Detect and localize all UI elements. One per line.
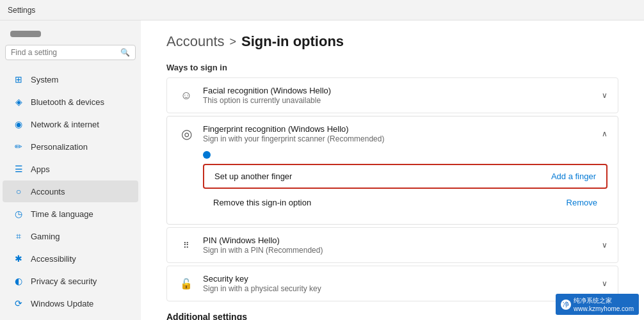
time-icon: ◷ (13, 208, 24, 220)
sidebar-label-system: System (31, 75, 58, 84)
sidebar-item-personalization[interactable]: ✏ Personalization (3, 136, 138, 157)
sidebar-label-gaming: Gaming (31, 232, 60, 241)
content-area: Accounts > Sign-in options Ways to sign … (141, 20, 644, 320)
title-bar: Settings (0, 0, 644, 20)
sidebar-item-windows-update[interactable]: ⟳ Windows Update (3, 292, 138, 314)
accessibility-icon: ✱ (13, 253, 24, 264)
security-key-icon: 🔓 (177, 275, 195, 292)
pin-icon: ⠿ (177, 236, 195, 254)
setup-another-finger-row[interactable]: Set up another finger Add a finger (203, 164, 608, 189)
sidebar-item-accounts[interactable]: ○ Accounts (3, 180, 138, 202)
breadcrumb-separator: > (230, 35, 237, 49)
facial-title: Facial recognition (Windows Hello) (203, 86, 331, 95)
facial-chevron: ∨ (602, 91, 608, 100)
title-bar-text: Settings (8, 6, 35, 15)
watermark-text: 纯净系统之家 www.kzmyhome.com (574, 296, 634, 312)
sidebar-label-bluetooth: Bluetooth & devices (31, 97, 104, 107)
watermark-icon: 净 (561, 300, 571, 310)
security-key-subtitle: Sign in with a physical security key (203, 284, 321, 293)
sidebar-item-privacy[interactable]: ◐ Privacy & security (3, 270, 138, 292)
facial-subtitle: This option is currently unavailable (203, 96, 331, 105)
additional-settings-title: Additional settings (166, 312, 618, 320)
remove-sign-in-row: Remove this sign-in option Remove (203, 191, 608, 214)
remove-button[interactable]: Remove (567, 198, 597, 207)
sidebar-item-bluetooth[interactable]: ◈ Bluetooth & devices (3, 91, 138, 113)
sidebar-item-network[interactable]: ◉ Network & internet (3, 113, 138, 135)
security-key-left: 🔓 Security key Sign in with a physical s… (177, 274, 321, 293)
sidebar-label-accounts: Accounts (31, 187, 65, 196)
fingerprint-chevron: ∧ (602, 129, 608, 138)
security-key-title: Security key (203, 274, 321, 284)
pin-text: PIN (Windows Hello) Sign in with a PIN (… (203, 236, 323, 255)
sidebar: 🔍 ⊞ System ◈ Bluetooth & devices ◉ Netwo… (0, 20, 141, 320)
sidebar-label-windows-update: Windows Update (31, 299, 93, 308)
facial-icon: ☺ (177, 86, 195, 104)
fingerprint-card: ◎ Fingerprint recognition (Windows Hello… (166, 116, 618, 225)
add-a-finger-button[interactable]: Add a finger (551, 172, 596, 181)
breadcrumb: Accounts > Sign-in options (166, 33, 618, 50)
accounts-icon: ○ (13, 186, 24, 197)
security-key-chevron: ∨ (602, 279, 608, 288)
sidebar-label-network: Network & internet (31, 120, 99, 129)
fingerprint-dot (203, 151, 211, 159)
fingerprint-option-left: ◎ Fingerprint recognition (Windows Hello… (177, 124, 384, 143)
avatar (10, 31, 41, 37)
pin-option-left: ⠿ PIN (Windows Hello) Sign in with a PIN… (177, 236, 323, 255)
fingerprint-subtitle: Sign in with your fingerprint scanner (R… (203, 134, 384, 143)
additional-settings-section: Additional settings For improved securit… (166, 312, 618, 320)
facial-recognition-card: ☺ Facial recognition (Windows Hello) Thi… (166, 77, 618, 113)
personalization-icon: ✏ (13, 141, 24, 152)
system-icon: ⊞ (13, 74, 24, 85)
remove-sign-in-text: Remove this sign-in option (213, 198, 311, 207)
security-key-header[interactable]: 🔓 Security key Sign in with a physical s… (167, 266, 618, 301)
privacy-icon: ◐ (13, 275, 24, 287)
pin-title: PIN (Windows Hello) (203, 236, 323, 245)
sidebar-item-apps[interactable]: ☰ Apps (3, 158, 138, 180)
security-key-card: 🔓 Security key Sign in with a physical s… (166, 266, 618, 301)
main-container: 🔍 ⊞ System ◈ Bluetooth & devices ◉ Netwo… (0, 20, 644, 320)
nav-list: ⊞ System ◈ Bluetooth & devices ◉ Network… (0, 68, 141, 315)
pin-chevron: ∨ (602, 241, 608, 250)
bluetooth-icon: ◈ (13, 96, 24, 108)
fingerprint-body: Set up another finger Add a finger Remov… (167, 151, 618, 224)
facial-recognition-header[interactable]: ☺ Facial recognition (Windows Hello) Thi… (167, 78, 618, 113)
windows-update-icon: ⟳ (13, 298, 24, 309)
sidebar-label-privacy: Privacy & security (31, 276, 97, 286)
breadcrumb-parent[interactable]: Accounts (166, 33, 225, 50)
sidebar-label-time: Time & language (31, 209, 93, 219)
fingerprint-icon: ◎ (177, 125, 195, 143)
fingerprint-text: Fingerprint recognition (Windows Hello) … (203, 124, 384, 143)
sign-in-section: Ways to sign in ☺ Facial recognition (Wi… (166, 63, 618, 301)
pin-header[interactable]: ⠿ PIN (Windows Hello) Sign in with a PIN… (167, 228, 618, 262)
apps-icon: ☰ (13, 163, 24, 175)
fingerprint-title: Fingerprint recognition (Windows Hello) (203, 124, 384, 134)
breadcrumb-current: Sign-in options (241, 33, 344, 50)
network-icon: ◉ (13, 118, 24, 130)
pin-card: ⠿ PIN (Windows Hello) Sign in with a PIN… (166, 227, 618, 263)
ways-to-sign-in-title: Ways to sign in (166, 63, 618, 72)
fingerprint-header[interactable]: ◎ Fingerprint recognition (Windows Hello… (167, 116, 618, 151)
search-input[interactable] (11, 48, 120, 57)
sidebar-label-accessibility: Accessibility (31, 254, 76, 264)
gaming-icon: ⌗ (13, 230, 24, 242)
setup-another-finger-text: Set up another finger (214, 172, 292, 181)
sidebar-item-system[interactable]: ⊞ System (3, 68, 138, 90)
sidebar-label-apps: Apps (31, 164, 50, 174)
facial-text: Facial recognition (Windows Hello) This … (203, 86, 331, 105)
search-icon: 🔍 (120, 48, 130, 57)
watermark: 净 纯净系统之家 www.kzmyhome.com (556, 294, 639, 315)
search-box[interactable]: 🔍 (5, 45, 136, 60)
sidebar-label-personalization: Personalization (31, 142, 88, 152)
security-key-text: Security key Sign in with a physical sec… (203, 274, 321, 293)
sidebar-item-gaming[interactable]: ⌗ Gaming (3, 225, 138, 247)
facial-option-left: ☺ Facial recognition (Windows Hello) Thi… (177, 86, 331, 105)
sidebar-item-time[interactable]: ◷ Time & language (3, 203, 138, 225)
sidebar-item-accessibility[interactable]: ✱ Accessibility (3, 248, 138, 269)
pin-subtitle: Sign in with a PIN (Recommended) (203, 246, 323, 255)
